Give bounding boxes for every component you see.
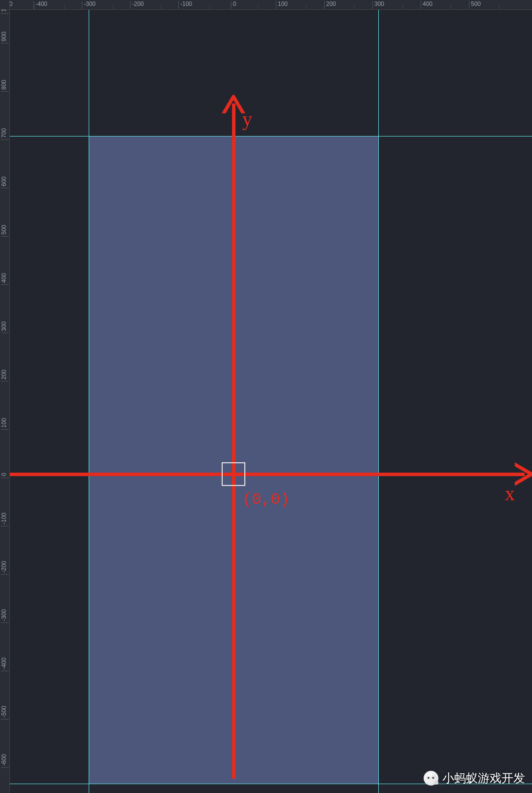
ruler-tick: 200 [1, 370, 9, 381]
ruler-tick: -200 [130, 1, 144, 9]
ruler-tick: 0 [1, 473, 9, 478]
watermark-text: 小蚂蚁游戏开发 [442, 770, 525, 786]
ruler-vertical[interactable]: 10009008007006005004003002001000-100-200… [0, 10, 10, 793]
ruler-corner [0, 0, 10, 10]
ruler-tick: 0 [231, 1, 236, 9]
ruler-tick: -400 [33, 1, 47, 9]
ruler-tick: 200 [324, 1, 336, 9]
ruler-tick: -100 [1, 513, 9, 526]
ruler-tick: 400 [421, 1, 432, 9]
origin-marker[interactable] [222, 462, 245, 486]
ruler-tick: -100 [178, 1, 192, 9]
ruler-tick: 300 [1, 321, 9, 333]
ruler-tick: 800 [1, 80, 9, 92]
ruler-tick: 400 [1, 273, 9, 285]
origin-coordinates-label: (0,0) [242, 490, 290, 509]
x-axis [10, 473, 525, 476]
y-axis-arrowhead-icon [222, 94, 245, 113]
ruler-tick: -400 [1, 657, 9, 671]
ruler-horizontal[interactable]: 0-400-300-200-1000100200300400500 [10, 0, 532, 10]
ruler-tick: -300 [1, 609, 9, 623]
ruler-tick: -200 [1, 561, 9, 575]
y-axis-label: y [242, 107, 252, 131]
ruler-tick: 600 [1, 176, 9, 188]
ruler-tick: 500 [469, 1, 481, 9]
x-axis-label: x [505, 482, 515, 505]
y-axis [232, 103, 235, 779]
scene-canvas[interactable]: x y (0,0) [10, 10, 532, 793]
ruler-tick: 300 [372, 1, 384, 9]
ruler-tick: 100 [1, 418, 9, 430]
editor-viewport[interactable]: 0-400-300-200-1000100200300400500 100090… [0, 0, 532, 793]
ruler-tick: -600 [1, 754, 9, 768]
guide-horizontal-top[interactable] [10, 136, 532, 137]
guide-vertical-right[interactable] [378, 10, 379, 793]
ruler-tick: -300 [82, 1, 96, 9]
ruler-tick: 700 [1, 128, 9, 140]
watermark: • • 小蚂蚁游戏开发 [424, 770, 525, 786]
wechat-icon: • • [424, 771, 438, 786]
ruler-tick: 500 [1, 225, 9, 237]
guide-vertical-left[interactable] [89, 10, 89, 793]
ruler-tick: 100 [276, 1, 288, 9]
x-axis-arrowhead-icon [515, 462, 532, 486]
ruler-tick: 900 [1, 32, 9, 43]
ruler-tick: -500 [1, 706, 9, 720]
